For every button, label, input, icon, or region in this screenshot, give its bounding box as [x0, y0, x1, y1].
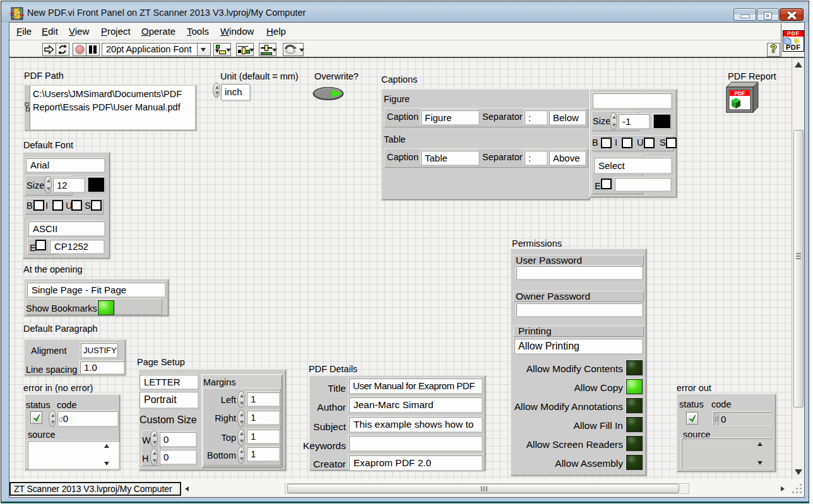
svg-text:PDF: PDF — [735, 90, 745, 97]
